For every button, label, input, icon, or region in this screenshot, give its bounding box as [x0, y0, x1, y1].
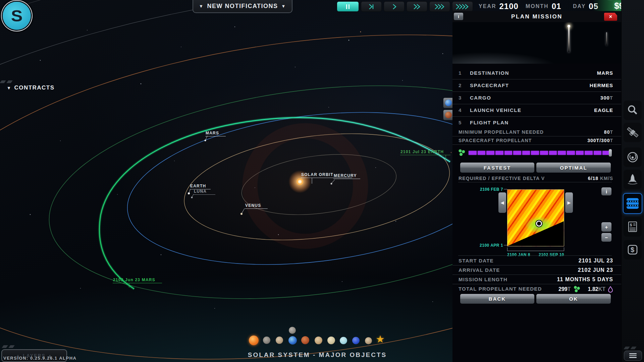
map-label-luna[interactable]: LUNA: [194, 189, 215, 195]
mission-length-row: MISSION LENGTH 11 MONTHS 5 DAYS: [452, 275, 621, 284]
map-label-mercury[interactable]: MERCURY: [333, 173, 360, 179]
date-label: TOTAL PROPELLANT NEEDED: [459, 286, 542, 292]
orbit-icon: [626, 150, 639, 164]
porkchop-plot[interactable]: [507, 189, 564, 246]
sun: [250, 131, 361, 241]
pause-icon: [343, 4, 352, 10]
axis-tick: [564, 247, 564, 251]
right-toolbar: $ $: [621, 0, 644, 362]
map-label-mars[interactable]: MARS: [205, 131, 226, 136]
porkchop-prev-button[interactable]: ◀: [498, 192, 506, 213]
pause-button[interactable]: [337, 1, 359, 12]
min-propellant-row: MINIMUM PROPELLANT NEEDED 80T: [452, 128, 621, 136]
step-label: FLIGHT PLAN: [470, 120, 509, 125]
zoom-in-button[interactable]: +: [601, 222, 611, 232]
contracts-header[interactable]: ▼CONTRACTS: [7, 84, 55, 91]
star-strip-icon[interactable]: ★: [376, 333, 385, 345]
delta-v-row: REQUIRED / EFFECTIVE DELTA V 6/18 KM/S: [452, 174, 621, 182]
date-value: 2101 JUL 23: [579, 258, 613, 264]
month-label: MONTH: [526, 3, 549, 9]
info-button[interactable]: i: [454, 13, 463, 20]
map-label-venus[interactable]: VENUS: [245, 203, 268, 209]
annotation-mars-arrival: 2102 Jun 23 MARS: [113, 278, 162, 283]
earth-strip-icon[interactable]: [288, 336, 297, 345]
mission-step-flight-plan[interactable]: 5 FLIGHT PLAN: [452, 117, 621, 129]
play-button[interactable]: [384, 1, 405, 12]
mission-step-spacecraft[interactable]: 2 SPACECRAFT HERMES: [452, 79, 621, 92]
pluto-strip-icon[interactable]: [365, 337, 372, 344]
chevron-down-icon: ▼: [7, 85, 11, 90]
plan-mission-panel: PLAN MISSION i × 1 DESTINATION MARS 2 SP…: [452, 11, 621, 362]
menu-icon: [629, 357, 637, 358]
orbit-view-button[interactable]: [624, 147, 642, 167]
app-logo[interactable]: S: [3, 2, 31, 30]
rocket-icon: [626, 173, 639, 186]
selected-transfer-marker[interactable]: [536, 221, 542, 227]
finance-button[interactable]: $: [624, 240, 642, 259]
porkchop-next-button[interactable]: ▶: [565, 192, 573, 213]
notifications-label: NEW NOTIFICATIONS: [207, 3, 278, 10]
neptune-strip-icon[interactable]: [352, 337, 360, 344]
arrival-date-row: ARRIVAL DATE 2102 JUN 23: [452, 265, 621, 275]
map-label-earth[interactable]: EARTH: [190, 184, 211, 189]
porkchop-invalid-region: [507, 190, 564, 246]
svg-text:$: $: [630, 223, 632, 227]
propellant-slider-handle[interactable]: [609, 149, 612, 157]
porkchop-info-button[interactable]: i: [601, 187, 611, 195]
contracts-ledger-button[interactable]: $: [624, 217, 642, 237]
uranus-strip-icon[interactable]: [340, 337, 347, 344]
body-markers: [129, 136, 446, 288]
step-value: HERMES: [590, 82, 613, 88]
missions-icon: [626, 197, 640, 210]
satellite-icon: [626, 126, 639, 139]
date-value: 11 MONTHS 5 DAYS: [557, 277, 613, 283]
step-number: 1: [459, 70, 461, 76]
step-number: 5: [459, 120, 461, 125]
notifications-button[interactable]: ▼ NEW NOTIFICATIONS ▼: [193, 0, 292, 13]
propellant-slider-track[interactable]: [469, 151, 610, 155]
venus-strip-icon[interactable]: [276, 337, 283, 344]
play-icon: [390, 4, 398, 10]
back-button[interactable]: BACK: [460, 294, 534, 304]
step-button[interactable]: [361, 1, 382, 12]
fuel-droplet-icon: [608, 286, 613, 293]
step-label: DESTINATION: [470, 70, 509, 76]
stat-value: 300T/300T: [587, 138, 613, 143]
panel-title: PLAN MISSION: [452, 13, 621, 20]
mars-strip-icon[interactable]: [301, 336, 309, 344]
finance-icon: $: [626, 243, 639, 256]
moon-strip-icon[interactable]: [289, 327, 296, 334]
search-button[interactable]: [624, 101, 642, 120]
launch-button[interactable]: [624, 170, 642, 189]
propellant-icon: [573, 286, 581, 293]
close-button[interactable]: ×: [604, 13, 617, 21]
rocket-flare: [568, 25, 570, 27]
fast-3x-button[interactable]: [429, 1, 450, 12]
jupiter-strip-icon[interactable]: [315, 337, 322, 344]
menu-button[interactable]: [624, 351, 642, 361]
optimal-button[interactable]: OPTIMAL: [536, 163, 611, 173]
close-icon: ×: [609, 14, 612, 20]
mission-step-launch-vehicle[interactable]: 4 LAUNCH VEHICLE EAGLE: [452, 104, 621, 117]
triangle-down-icon: ▼: [199, 4, 204, 9]
stat-label: REQUIRED / EFFECTIVE DELTA V: [459, 176, 545, 181]
porkchop-ymin-label: 2100 APR 1: [466, 243, 503, 248]
annotation-earth-departure: 2101 Jul 23 EARTH: [400, 149, 450, 155]
zoom-out-button[interactable]: −: [601, 233, 611, 242]
mission-step-cargo[interactable]: 3 CARGO 300T: [452, 92, 621, 104]
fastest-button[interactable]: FASTEST: [460, 163, 534, 173]
mission-step-destination[interactable]: 1 DESTINATION MARS: [452, 67, 621, 79]
mars-icon: [445, 112, 452, 118]
ok-button[interactable]: OK: [536, 294, 611, 304]
step-value: MARS: [597, 70, 613, 76]
saturn-strip-icon[interactable]: [327, 337, 335, 344]
mercury-strip-icon[interactable]: [263, 337, 270, 344]
fast-2x-button[interactable]: [407, 1, 427, 12]
logo-letter: S: [11, 6, 23, 25]
fast-4x-button[interactable]: [452, 1, 473, 12]
search-icon: [626, 104, 639, 117]
axis-tick: [504, 189, 507, 189]
satellite-button[interactable]: [624, 123, 642, 142]
missions-button[interactable]: [623, 193, 642, 214]
sun-strip-icon[interactable]: [249, 336, 259, 345]
